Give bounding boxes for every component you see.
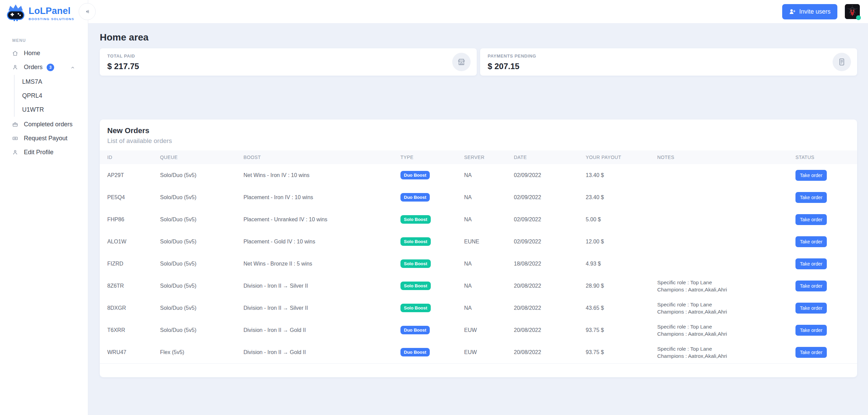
main-content: Home area TOTAL PAID $ 217.75 PAYMENTS P…	[88, 23, 868, 415]
order-type-cell: Duo Boost	[400, 326, 464, 334]
banknote-icon	[12, 135, 18, 141]
page-title: Home area	[100, 32, 857, 43]
boost-type-badge: Solo Boost	[400, 215, 431, 224]
order-queue-cell: Solo/Duo (5v5)	[160, 283, 243, 289]
table-row: FHP86 Solo/Duo (5v5) Placement - Unranke…	[100, 208, 857, 230]
order-server-cell: NA	[464, 172, 514, 178]
sidebar-item-orders[interactable]: Orders 3	[0, 60, 88, 74]
invite-users-label: Invite users	[799, 8, 831, 15]
order-notes-cell: Specific role : Top LaneChampions : Aatr…	[657, 323, 795, 337]
take-order-button[interactable]: Take order	[795, 258, 827, 269]
order-date-cell: 20/08/2022	[514, 305, 586, 311]
boost-type-badge: Duo Boost	[400, 171, 430, 179]
sidebar-subitem-order[interactable]: LMS7A	[15, 75, 88, 89]
order-status-cell: Take order	[795, 303, 857, 314]
order-queue-cell: Solo/Duo (5v5)	[160, 327, 243, 333]
app-logo[interactable]: LoLPanel BOOSTING SOLUTIONS	[0, 0, 88, 23]
receipt-icon	[833, 53, 851, 71]
sidebar-subitem-order[interactable]: U1WTR	[15, 103, 88, 117]
take-order-button[interactable]: Take order	[795, 347, 827, 358]
order-payout-cell: 23.40 $	[586, 194, 657, 201]
take-order-button[interactable]: Take order	[795, 281, 827, 291]
order-status-cell: Take order	[795, 214, 857, 225]
stats-row: TOTAL PAID $ 217.75 PAYMENTS PENDING $ 2…	[100, 48, 857, 76]
total-paid-card: TOTAL PAID $ 217.75	[100, 48, 477, 76]
boost-type-badge: Duo Boost	[400, 348, 430, 356]
order-payout-cell: 43.65 $	[586, 305, 657, 311]
order-date-cell: 02/09/2022	[514, 239, 586, 245]
payments-pending-card: PAYMENTS PENDING $ 207.15	[480, 48, 857, 76]
order-server-cell: EUNE	[464, 239, 514, 245]
order-status-cell: Take order	[795, 236, 857, 247]
order-type-cell: Duo Boost	[400, 171, 464, 179]
order-payout-cell: 5.00 $	[586, 217, 657, 223]
order-status-cell: Take order	[795, 281, 857, 291]
order-payout-cell: 12.00 $	[586, 239, 657, 245]
sidebar-item-edit-profile[interactable]: Edit Profile	[0, 145, 88, 159]
sidebar-item-label: Orders	[24, 64, 43, 71]
orders-table-body: AP29T Solo/Duo (5v5) Net Wins - Iron IV …	[100, 164, 857, 363]
column-header-queue: QUEUE	[160, 155, 243, 160]
sidebar-item-completed-orders[interactable]: Completed orders	[0, 117, 88, 131]
order-queue-cell: Flex (5v5)	[160, 349, 243, 355]
stat-value: $ 217.75	[107, 62, 469, 71]
order-server-cell: NA	[464, 217, 514, 223]
stat-label: TOTAL PAID	[107, 53, 469, 59]
order-date-cell: 20/08/2022	[514, 327, 586, 333]
order-type-cell: Duo Boost	[400, 348, 464, 356]
orders-card-header: New Orders List of available orders	[100, 119, 857, 145]
order-date-cell: 02/09/2022	[514, 194, 586, 201]
order-status-cell: Take order	[795, 170, 857, 181]
table-row: WRU47 Flex (5v5) Division - Iron II → Go…	[100, 341, 857, 363]
take-order-button[interactable]: Take order	[795, 325, 827, 336]
take-order-button[interactable]: Take order	[795, 170, 827, 181]
column-header-date: DATE	[514, 155, 586, 160]
order-server-cell: NA	[464, 194, 514, 201]
new-orders-card: New Orders List of available orders ID Q…	[100, 119, 857, 377]
sidebar-nav: Home Orders 3 LMS7A QPRL4 U1WTR Complete…	[0, 46, 88, 159]
table-row: FIZRD Solo/Duo (5v5) Net Wins - Bronze I…	[100, 253, 857, 275]
order-boost-cell: Division - Iron II → Silver II	[243, 283, 400, 289]
column-header-notes: NOTES	[657, 155, 795, 160]
sidebar-item-label: Home	[24, 50, 40, 57]
orders-title: New Orders	[107, 126, 850, 135]
table-row: PE5Q4 Solo/Duo (5v5) Placement - Iron IV…	[100, 186, 857, 208]
order-id-cell: AP29T	[100, 172, 160, 178]
user-avatar[interactable]	[845, 4, 860, 19]
order-boost-cell: Net Wins - Bronze II : 5 wins	[243, 261, 400, 267]
boost-type-badge: Solo Boost	[400, 259, 431, 268]
order-status-cell: Take order	[795, 192, 857, 203]
sidebar-collapse-button[interactable]	[79, 3, 96, 20]
take-order-button[interactable]: Take order	[795, 303, 827, 314]
column-header-boost: BOOST	[243, 155, 400, 160]
order-id-cell: FIZRD	[100, 261, 160, 267]
boost-type-badge: Duo Boost	[400, 193, 430, 202]
sidebar-subitem-order[interactable]: QPRL4	[15, 89, 88, 103]
order-queue-cell: Solo/Duo (5v5)	[160, 172, 243, 178]
sidebar-item-home[interactable]: Home	[0, 46, 88, 60]
order-id-cell: ALO1W	[100, 239, 160, 245]
take-order-button[interactable]: Take order	[795, 192, 827, 203]
user-plus-icon	[789, 8, 796, 15]
take-order-button[interactable]: Take order	[795, 236, 827, 247]
sidebar-item-request-payout[interactable]: Request Payout	[0, 131, 88, 145]
table-row: AP29T Solo/Duo (5v5) Net Wins - Iron IV …	[100, 164, 857, 186]
logo-crown-gamepad-icon	[6, 3, 25, 23]
column-header-status: STATUS	[795, 155, 857, 160]
order-queue-cell: Solo/Duo (5v5)	[160, 239, 243, 245]
order-boost-cell: Division - Iron II → Silver II	[243, 305, 400, 311]
invite-users-button[interactable]: Invite users	[782, 4, 837, 19]
sidebar-item-label: Request Payout	[24, 135, 67, 142]
user-icon	[12, 149, 18, 155]
brand-name: LoLPanel	[29, 6, 74, 16]
user-icon	[12, 64, 18, 70]
order-type-cell: Solo Boost	[400, 259, 464, 268]
sidebar-item-label: Edit Profile	[24, 149, 53, 156]
order-id-cell: 8Z6TR	[100, 283, 160, 289]
storefront-icon	[452, 53, 471, 71]
order-payout-cell: 4.93 $	[586, 261, 657, 267]
boost-type-badge: Solo Boost	[400, 282, 431, 290]
order-boost-cell: Division - Iron II → Gold II	[243, 349, 400, 355]
stat-label: PAYMENTS PENDING	[488, 53, 850, 59]
take-order-button[interactable]: Take order	[795, 214, 827, 225]
